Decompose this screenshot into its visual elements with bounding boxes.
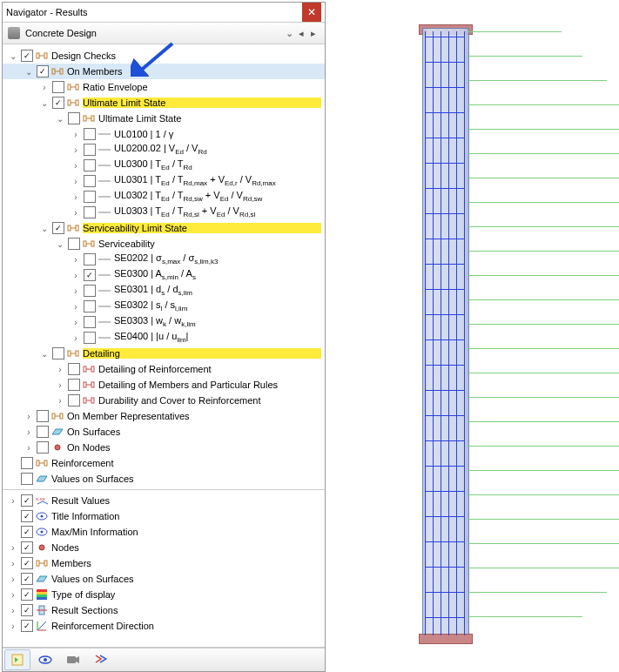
checkbox[interactable] [52, 222, 64, 234]
checkbox[interactable] [37, 410, 49, 422]
tree-item-reinf-dir[interactable]: ›Reinforcement Direction [3, 618, 325, 634]
checkbox[interactable] [21, 620, 33, 632]
section-header[interactable]: Concrete Design ⌄ ◂ ▸ [3, 23, 325, 44]
checkbox[interactable] [84, 300, 96, 312]
checkbox[interactable] [52, 97, 64, 109]
flag-button[interactable] [88, 649, 114, 670]
expand-icon[interactable]: › [71, 177, 81, 186]
expand-icon[interactable]: › [71, 286, 81, 296]
checkbox[interactable] [21, 557, 33, 569]
tree-item-reinforcement[interactable]: Reinforcement [3, 455, 325, 471]
checkbox[interactable] [68, 112, 80, 124]
tree-item-type-display[interactable]: ›Type of display [3, 587, 325, 602]
tree-item-title-info[interactable]: Title Information [3, 508, 325, 524]
expand-icon[interactable]: › [24, 443, 34, 453]
checkbox[interactable] [37, 441, 49, 454]
checkbox[interactable] [37, 426, 49, 438]
checkbox[interactable] [84, 269, 96, 281]
checkbox[interactable] [21, 457, 33, 469]
tree-item-se0303[interactable]: ›SE0303 | wk / wk,lim [3, 314, 325, 330]
tree-item-uls[interactable]: ⌄Ultimate Limit State [3, 95, 325, 111]
expand-icon[interactable]: › [24, 412, 34, 421]
tree-item-ul0200[interactable]: ›UL0200.02 | VEd / VRd [3, 142, 325, 158]
expand-icon[interactable]: › [55, 365, 65, 374]
expand-icon[interactable]: › [71, 161, 81, 171]
expand-icon[interactable]: › [71, 318, 81, 327]
checkbox[interactable] [21, 50, 33, 62]
tree-item-det-dur[interactable]: ›Durability and Cover to Reinforcement [3, 393, 325, 408]
tree-view[interactable]: ⌄Design Checks⌄On Members›Ratio Envelope… [3, 44, 325, 648]
checkbox[interactable] [21, 541, 33, 554]
tree-item-on-nodes[interactable]: ›On Nodes [3, 440, 325, 455]
checkbox[interactable] [84, 144, 96, 156]
tree-item-nodes[interactable]: ›Nodes [3, 540, 325, 555]
checkbox[interactable] [84, 206, 96, 218]
checkbox[interactable] [84, 253, 96, 265]
tree-item-det-reinf[interactable]: ›Detailing of Reinforcement [3, 361, 325, 377]
tree-item-serviceability[interactable]: ⌄Serviceability [3, 236, 325, 252]
checkbox[interactable] [68, 238, 80, 250]
tree-item-det-memb[interactable]: ›Detailing of Members and Particular Rul… [3, 377, 325, 393]
checkbox[interactable] [84, 175, 96, 187]
expand-icon[interactable]: › [71, 130, 81, 139]
tree-item-val-surf[interactable]: Values on Surfaces [3, 471, 325, 487]
tree-item-sls[interactable]: ⌄Serviceability Limit State [3, 220, 325, 236]
close-button[interactable]: ✕ [302, 3, 321, 22]
tree-item-se0302[interactable]: ›SE0302 | sl / sl,lim [3, 299, 325, 314]
collapse-icon[interactable]: ⌄ [39, 224, 50, 233]
camera-button[interactable] [60, 649, 86, 670]
tree-item-ul0302[interactable]: ›UL0302 | TEd / TRd,sw + VEd / VRd,sw [3, 189, 325, 205]
expand-icon[interactable]: › [8, 496, 18, 506]
expand-icon[interactable]: › [8, 622, 18, 631]
tree-item-se0301[interactable]: ›SE0301 | ds / ds,lim [3, 283, 325, 299]
collapse-icon[interactable]: ⌄ [39, 349, 50, 359]
tree-item-se0202[interactable]: ›SE0202 | σs,max / σs,lim,k3 [3, 252, 325, 267]
tree-item-se0300[interactable]: ›SE0300 | As,min / As [3, 267, 325, 283]
chevron-down-icon[interactable]: ⌄ [283, 28, 295, 39]
expand-icon[interactable]: › [71, 192, 81, 202]
checkbox[interactable] [37, 65, 49, 77]
tree-item-ul0100[interactable]: ›UL0100 | 1 / γ [3, 126, 325, 142]
eye-button[interactable] [32, 649, 58, 670]
checkbox[interactable] [84, 316, 96, 328]
expand-icon[interactable]: › [39, 83, 50, 92]
checkbox[interactable] [21, 494, 33, 507]
expand-icon[interactable]: › [71, 271, 81, 280]
tree-item-se0400[interactable]: ›SE0400 | |u / ulim| [3, 330, 325, 346]
expand-icon[interactable]: › [8, 543, 18, 553]
checkbox[interactable] [84, 191, 96, 203]
checkbox[interactable] [21, 604, 33, 616]
tree-item-vals-surf2[interactable]: ›Values on Surfaces [3, 571, 325, 587]
tree-item-on-members[interactable]: ⌄On Members [3, 64, 325, 79]
checkbox[interactable] [84, 332, 96, 344]
expand-icon[interactable]: › [24, 427, 34, 437]
expand-icon[interactable]: › [8, 575, 18, 584]
collapse-icon[interactable]: ⌄ [39, 98, 50, 108]
tree-item-on-rep[interactable]: ›On Member Representatives [3, 408, 325, 424]
expand-icon[interactable]: › [55, 396, 65, 406]
collapse-icon[interactable]: ⌄ [55, 239, 65, 249]
collapse-icon[interactable]: ⌄ [8, 51, 18, 61]
tree-item-ratio-envelope[interactable]: ›Ratio Envelope [3, 79, 325, 95]
expand-icon[interactable]: › [8, 559, 18, 568]
checkbox[interactable] [84, 285, 96, 297]
checkbox[interactable] [84, 128, 96, 140]
tree-item-uls2[interactable]: ⌄Ultimate Limit State [3, 111, 325, 126]
expand-icon[interactable]: › [71, 333, 81, 343]
expand-icon[interactable]: › [71, 208, 81, 218]
checkbox[interactable] [21, 573, 33, 585]
tree-item-maxmin[interactable]: Max/Min Information [3, 524, 325, 540]
tree-item-result-sections[interactable]: ›Result Sections [3, 602, 325, 618]
expand-icon[interactable]: › [55, 380, 65, 390]
checkbox[interactable] [52, 81, 64, 93]
checkbox[interactable] [21, 510, 33, 522]
collapse-icon[interactable]: ⌄ [55, 114, 65, 124]
expand-icon[interactable]: › [71, 145, 81, 155]
tree-item-design-checks[interactable]: ⌄Design Checks [3, 48, 325, 64]
checkbox[interactable] [68, 363, 80, 375]
checkbox[interactable] [21, 473, 33, 485]
expand-icon[interactable]: › [71, 255, 81, 265]
prev-icon[interactable]: ◂ [295, 28, 307, 39]
checkbox[interactable] [84, 159, 96, 171]
tree-item-result-values[interactable]: ›x.xxResult Values [3, 493, 325, 508]
